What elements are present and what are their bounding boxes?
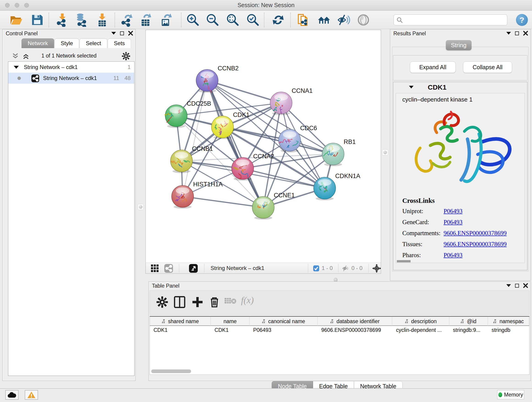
tab-sets[interactable]: Sets [108, 38, 131, 48]
import-table-icon[interactable] [95, 13, 109, 27]
table-cell[interactable]: stringdb [488, 326, 529, 335]
gear-icon[interactable] [156, 296, 168, 308]
panel-menu-icon[interactable] [506, 284, 511, 287]
table-cell[interactable]: P06493 [249, 326, 317, 335]
new-network-from-selection-icon[interactable] [297, 13, 310, 27]
table-cell[interactable]: stringdb:9... [449, 326, 488, 335]
selected-checkbox-icon[interactable] [313, 265, 319, 272]
open-session-icon[interactable] [9, 13, 23, 27]
network-edge-CCNB2-CCNE1[interactable] [207, 80, 263, 207]
network-node-CDK1[interactable] [211, 116, 234, 139]
crosslink-link[interactable]: P06493 [443, 252, 462, 259]
toolbar-separator [308, 264, 308, 273]
network-node-CCNA1[interactable] [270, 92, 292, 115]
first-neighbors-icon[interactable] [317, 13, 331, 27]
help-icon[interactable]: ? [516, 14, 528, 26]
collection-expand-icon[interactable] [14, 66, 19, 69]
gear-icon[interactable] [122, 52, 130, 61]
network-node-HIST1H1A[interactable] [172, 185, 194, 209]
export-image-icon[interactable] [159, 13, 173, 27]
crosslink-link[interactable]: 9606.ENSP00000378699 [443, 241, 507, 248]
float-panel-icon[interactable] [515, 32, 519, 35]
column-header-description[interactable]: description [392, 317, 449, 326]
pan-crosshair-icon[interactable] [372, 264, 381, 273]
close-panel-icon[interactable] [128, 31, 133, 36]
section-collapse-icon[interactable] [409, 86, 413, 89]
add-column-icon[interactable] [191, 296, 203, 308]
table-cell[interactable]: 9606.ENSP00000378699 [317, 326, 392, 335]
column-header-database-identifier[interactable]: database identifier [317, 317, 392, 326]
crosslink-row: Pharos:P06493 [402, 252, 507, 259]
right-splitter-handle[interactable] [382, 149, 388, 155]
panel-menu-icon[interactable] [506, 32, 511, 35]
search-input[interactable] [394, 14, 507, 26]
export-network-icon[interactable] [120, 13, 134, 27]
zoom-in-icon[interactable] [186, 13, 200, 27]
network-node-CCNE1[interactable] [252, 196, 274, 220]
column-header-@id[interactable]: @id [449, 317, 488, 326]
memory-button[interactable]: Memory [497, 390, 524, 399]
zoom-out-icon[interactable] [206, 13, 220, 27]
float-panel-icon[interactable] [515, 284, 519, 288]
panel-menu-icon[interactable] [111, 32, 116, 35]
column-header-canonical-name[interactable]: canonical name [249, 317, 317, 326]
table-cell[interactable]: CDK1 [211, 326, 249, 335]
close-panel-icon[interactable] [523, 283, 528, 288]
string-results-container: Expand All Collapse All CDK1 cyclin–depe… [392, 47, 529, 271]
crosslink-link[interactable]: P06493 [443, 219, 462, 226]
tab-style[interactable]: Style [55, 38, 79, 48]
network-list-header: 1 of 1 Network selected [6, 51, 132, 61]
column-mapping-icon [162, 319, 166, 323]
network-canvas[interactable]: CCNB2CCNA1CDC25BCDK1CDC6RB1CCNB1CCNA2CDK… [146, 30, 381, 263]
expand-all-button[interactable]: Expand All [410, 61, 456, 73]
network-edge-HIST1H1A-CCNE1[interactable] [183, 196, 263, 207]
results-scrollbar-thumb[interactable] [397, 260, 411, 262]
show-columns-icon[interactable] [174, 296, 186, 308]
network-node-RB1[interactable] [322, 143, 344, 166]
grid-view-icon[interactable] [151, 264, 159, 273]
network-collection-row[interactable]: String Network – cdk1 1 [8, 62, 134, 73]
table-cell[interactable]: CDK1 [150, 326, 211, 335]
network-node-CCNB1[interactable] [171, 150, 192, 173]
column-header-namespac[interactable]: namespac [488, 317, 529, 326]
zoom-selected-icon[interactable] [246, 13, 260, 27]
column-header-shared-name[interactable]: shared name [150, 317, 211, 326]
tab-string[interactable]: String [446, 40, 472, 50]
network-node-CDC25B[interactable] [165, 105, 187, 128]
collapse-all-button[interactable]: Collapse All [463, 61, 512, 73]
close-panel-icon[interactable] [523, 31, 528, 36]
network-badge-icon[interactable] [164, 264, 173, 273]
node-details-scroll-area: CDK1 cyclin–dependent kinase 1 [393, 82, 527, 270]
table-hscrollbar-thumb[interactable] [151, 370, 191, 373]
crosslink-link[interactable]: P06493 [443, 208, 462, 215]
export-table-icon[interactable] [139, 13, 152, 27]
delete-column-icon[interactable] [209, 296, 220, 308]
network-node-CDKN1A[interactable] [314, 177, 336, 200]
cloud-status-button[interactable] [5, 390, 19, 400]
float-panel-icon[interactable] [120, 32, 124, 35]
tab-network[interactable]: Network [22, 38, 54, 48]
warning-status-button[interactable] [25, 390, 38, 400]
show-all-icon[interactable] [356, 13, 370, 27]
birdseye-view-icon[interactable] [189, 264, 198, 273]
apply-layout-icon[interactable] [271, 13, 285, 27]
crosslink-link[interactable]: 9606.ENSP00000378699 [443, 230, 507, 237]
search-text-field[interactable] [405, 16, 503, 24]
tab-select[interactable]: Select [80, 38, 107, 48]
import-network-from-database-icon[interactable] [75, 13, 89, 27]
table-cell[interactable]: cyclin-dependent ... [392, 326, 449, 335]
save-session-icon[interactable] [30, 13, 44, 27]
import-network-icon[interactable] [56, 13, 69, 27]
node-section-header[interactable]: CDK1 [393, 82, 527, 93]
network-edge-CCNB2-CCNA1[interactable] [207, 80, 281, 103]
hide-selected-icon[interactable] [337, 13, 351, 27]
column-header-name[interactable]: name [211, 317, 249, 326]
left-splitter-handle[interactable] [138, 204, 144, 210]
table-toolbar: f(x) [150, 290, 530, 315]
zoom-fit-icon[interactable] [226, 13, 240, 27]
memory-label: Memory [504, 392, 523, 398]
network-edge-CCNB2-HIST1H1A[interactable] [183, 80, 207, 196]
table-row[interactable]: CDK1CDK1P064939606.ENSP00000378699cyclin… [150, 326, 529, 335]
control-panel-tabs: NetworkStyleSelectSets [22, 38, 132, 48]
network-row[interactable]: String Network – cdk1 11 48 [8, 73, 134, 84]
